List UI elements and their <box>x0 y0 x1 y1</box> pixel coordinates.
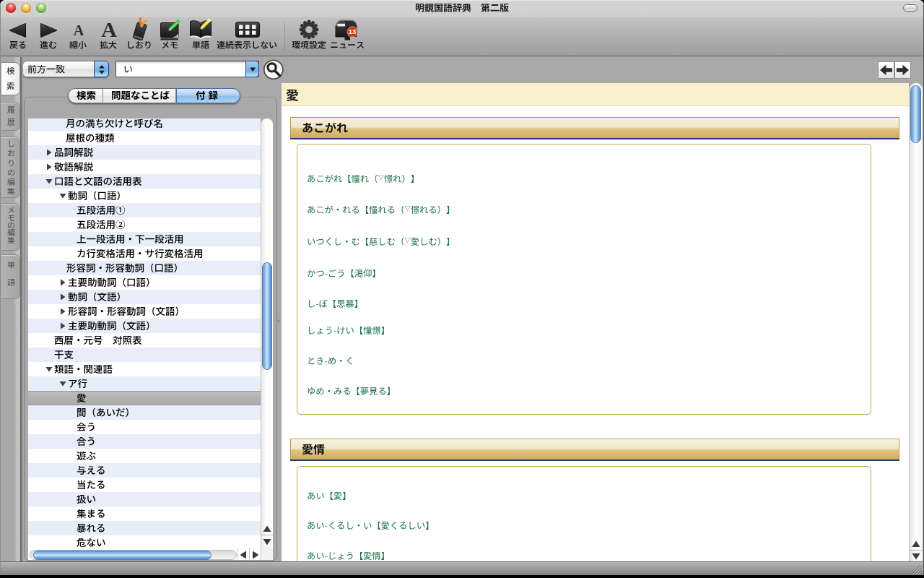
svg-text:13: 13 <box>349 27 357 35</box>
